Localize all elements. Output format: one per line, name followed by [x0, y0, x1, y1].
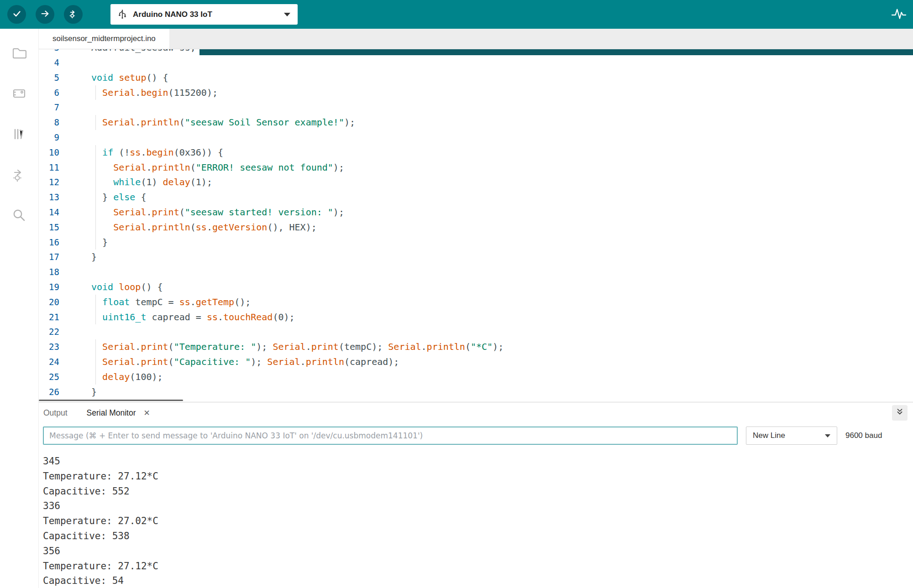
board-selector[interactable]: Arduino NANO 33 IoT [110, 4, 298, 25]
code-line[interactable]: 6 Serial.begin(115200); [39, 85, 913, 100]
serial-output-line: Temperature: 27.02*C [43, 514, 913, 529]
code-text: Serial.print("seesaw started! version: "… [59, 205, 344, 220]
file-name-label: soilsensor_midtermproject.ino [52, 34, 156, 43]
code-line[interactable]: 4 [39, 55, 913, 70]
editor-horizontal-scrollbar-thumb[interactable] [39, 400, 183, 401]
sidebar-item-debug[interactable] [0, 155, 38, 196]
code-line[interactable]: 8 Serial.println("seesaw Soil Sensor exa… [39, 115, 913, 130]
code-line[interactable]: 17} [39, 250, 913, 265]
code-line[interactable]: 20 float tempC = ss.getTemp(); [39, 295, 913, 310]
line-number: 23 [39, 339, 59, 354]
line-number: 22 [39, 324, 59, 339]
line-number: 20 [39, 295, 59, 310]
code-text: Serial.begin(115200); [59, 85, 218, 100]
serial-output-line: 345 [43, 454, 913, 469]
code-line[interactable]: 13 } else { [39, 190, 913, 205]
sidebar-item-search[interactable] [0, 196, 38, 236]
verify-button[interactable] [7, 5, 26, 24]
code-line[interactable]: 15 Serial.println(ss.getVersion(), HEX); [39, 220, 913, 235]
code-line[interactable]: 19void loop() { [39, 280, 913, 295]
code-text [59, 130, 91, 145]
line-number: 8 [39, 115, 59, 130]
chevron-down-icon [825, 434, 830, 437]
editor-tab-active[interactable]: soilsensor_midtermproject.ino [39, 29, 169, 49]
code-text [59, 324, 91, 339]
baud-rate-dropdown[interactable]: 9600 baud [845, 431, 908, 440]
line-number: 17 [39, 250, 59, 265]
editor-tab-bar: soilsensor_midtermproject.ino [39, 29, 913, 49]
code-line[interactable]: 16 } [39, 235, 913, 250]
code-line[interactable]: 25 delay(100); [39, 369, 913, 385]
code-text [59, 55, 91, 70]
serial-monitor-output: 345Temperature: 27.12*CCapacitive: 55233… [39, 448, 913, 588]
code-text: void loop() { [59, 280, 163, 295]
code-line[interactable]: 9 [39, 130, 913, 145]
sidebar-item-library-manager[interactable] [0, 114, 38, 155]
line-number: 19 [39, 280, 59, 295]
code-text: } else { [59, 190, 146, 205]
sidebar-item-sketchbook[interactable] [0, 33, 38, 74]
chevron-down-icon [284, 13, 290, 16]
start-debugging-button[interactable] [64, 5, 83, 24]
activity-sidebar [0, 29, 39, 588]
close-icon[interactable]: ✕ [144, 409, 150, 417]
code-text: delay(100); [59, 369, 163, 385]
line-number: 11 [39, 160, 59, 175]
serial-output-line: Capacitive: 538 [43, 529, 913, 544]
line-number: 9 [39, 130, 59, 145]
arduino-ide-window: Arduino NANO 33 IoT [0, 0, 913, 588]
bottom-panel: Output Serial Monitor ✕ New L [39, 402, 913, 588]
code-line[interactable]: 21 uint16_t capread = ss.touchRead(0); [39, 310, 913, 325]
serial-plotter-icon [891, 6, 907, 23]
code-line[interactable]: 24 Serial.print("Capacitive: "); Serial.… [39, 354, 913, 369]
collapse-panel-button[interactable] [892, 405, 908, 421]
line-number: 25 [39, 369, 59, 385]
code-line[interactable]: 10 if (!ss.begin(0x36)) { [39, 145, 913, 160]
code-line[interactable]: 22 [39, 324, 913, 339]
code-text: uint16_t capread = ss.touchRead(0); [59, 310, 295, 325]
line-number: 5 [39, 70, 59, 85]
code-line[interactable]: 14 Serial.print("seesaw started! version… [39, 205, 913, 220]
line-number: 3 [39, 49, 59, 55]
code-text: float tempC = ss.getTemp(); [59, 295, 251, 310]
code-line[interactable]: 11 Serial.println("ERROR! seesaw not fou… [39, 160, 913, 175]
code-lines: 3Adafruit_seesaw ss;45void setup() {6 Se… [39, 49, 913, 399]
code-text: Serial.println("seesaw Soil Sensor examp… [59, 115, 355, 130]
code-line[interactable]: 7 [39, 100, 913, 115]
upload-button[interactable] [36, 5, 54, 24]
line-ending-dropdown[interactable]: New Line [746, 427, 837, 445]
tab-serial-monitor[interactable]: Serial Monitor ✕ [87, 408, 150, 418]
code-text: Serial.print("Temperature: "); Serial.pr… [59, 339, 504, 354]
serial-output-line: Temperature: 27.12*C [43, 559, 913, 574]
serial-output-line: Capacitive: 54 [43, 573, 913, 588]
code-text: } [59, 250, 97, 265]
debug-icon [11, 167, 27, 185]
line-number: 7 [39, 100, 59, 115]
toolbar: Arduino NANO 33 IoT [0, 0, 913, 29]
tab-output-label: Output [43, 408, 68, 418]
serial-plotter-button[interactable] [890, 6, 908, 23]
verify-check-icon [12, 9, 22, 21]
code-text [59, 100, 91, 115]
bottom-panel-tabs: Output Serial Monitor ✕ [39, 402, 913, 423]
code-line[interactable]: 23 Serial.print("Temperature: "); Serial… [39, 339, 913, 354]
code-text: while(1) delay(1); [59, 175, 212, 190]
serial-monitor-controls: New Line 9600 baud [39, 423, 913, 448]
line-number: 26 [39, 385, 59, 400]
code-line[interactable]: 12 while(1) delay(1); [39, 175, 913, 190]
code-line[interactable]: 5void setup() { [39, 70, 913, 85]
tab-output[interactable]: Output [43, 408, 68, 418]
boards-manager-icon [11, 85, 27, 104]
sidebar-item-boards-manager[interactable] [0, 74, 38, 114]
line-number: 12 [39, 175, 59, 190]
main-area: soilsensor_midtermproject.ino 3Adafruit_… [39, 29, 913, 588]
code-text [59, 265, 91, 280]
debug-icon [68, 9, 79, 21]
code-editor[interactable]: 3Adafruit_seesaw ss;45void setup() {6 Se… [39, 49, 913, 402]
code-line[interactable]: 18 [39, 265, 913, 280]
serial-message-input[interactable] [43, 427, 738, 445]
code-line[interactable]: 26} [39, 385, 913, 400]
serial-output-line: Temperature: 27.12*C [43, 469, 913, 484]
double-chevron-down-icon [896, 408, 904, 418]
line-number: 15 [39, 220, 59, 235]
